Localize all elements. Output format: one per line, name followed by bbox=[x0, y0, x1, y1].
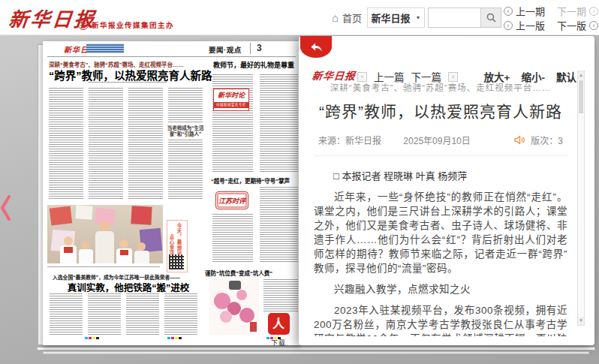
prev-issue-button[interactable]: ‹ 上一期 bbox=[504, 4, 545, 18]
paper-select-dropdown[interactable]: 新华日报 ▼ bbox=[367, 8, 425, 28]
photo-figure bbox=[134, 251, 149, 263]
text-column bbox=[260, 74, 298, 173]
article-scrollbar[interactable]: ▲ ▼ bbox=[577, 71, 585, 326]
circle-right-icon: › bbox=[589, 21, 598, 30]
text-column bbox=[168, 88, 203, 199]
circle-right-icon: › bbox=[589, 7, 598, 16]
text-column bbox=[126, 293, 159, 335]
photo-figure bbox=[64, 236, 73, 245]
next-issue-label: 下一期 bbox=[557, 4, 586, 18]
reader-masthead: 新华日报 bbox=[312, 68, 357, 83]
print-registration-marks bbox=[85, 337, 99, 339]
article-meta: 来源：新华日报 2025年09月10日 版次：3 bbox=[314, 134, 567, 146]
photo-figure bbox=[82, 241, 90, 249]
text-column bbox=[128, 88, 163, 199]
page-stack-edge-left bbox=[38, 44, 43, 345]
publisher-seal-icon: 华 bbox=[78, 20, 89, 30]
text-column bbox=[50, 293, 83, 335]
cartoon-shape bbox=[220, 311, 232, 323]
circle-left-icon: ‹ bbox=[504, 21, 513, 30]
photo-figure bbox=[137, 242, 146, 251]
speaker-icon[interactable] bbox=[514, 135, 525, 145]
next-article-icon[interactable]: › bbox=[448, 72, 458, 82]
scrollbar-thumb[interactable] bbox=[579, 80, 583, 113]
article-paragraph: 近年来，一些“身怀绝技”的教师正在悄然“走红”。课堂之内，他们是三尺讲台上深耕学… bbox=[314, 190, 567, 275]
scroll-up-icon[interactable]: ▲ bbox=[578, 71, 584, 80]
page-stack-edge-bottom bbox=[37, 347, 595, 350]
search-box bbox=[428, 8, 501, 28]
article-byline: □ 本报记者 程晓琳 叶真 杨频萍 bbox=[314, 168, 567, 182]
artist-seal bbox=[250, 322, 257, 332]
photo-figure bbox=[79, 249, 93, 263]
scroll-down-icon[interactable]: ▼ bbox=[578, 317, 584, 325]
download-label: 下载 bbox=[266, 338, 290, 347]
header-rule bbox=[47, 56, 296, 57]
photo-caption-lines bbox=[47, 266, 160, 269]
home-icon: ⌂ bbox=[332, 13, 339, 23]
prev-issue-label: 上一期 bbox=[516, 4, 545, 18]
prev-edition-button[interactable]: ‹ 上一版 bbox=[504, 18, 545, 32]
editorial-cartoon bbox=[209, 279, 259, 335]
article-paragraph: 2023年入驻某视频平台，发布300条视频，拥有近200万名粉丝，南京大学考古学… bbox=[314, 303, 567, 336]
badge1-title: 新华时论 bbox=[214, 89, 248, 102]
story1-headline[interactable]: “跨界”教师，以热爱照亮育人新路 bbox=[49, 67, 208, 83]
search-icon bbox=[486, 13, 496, 23]
publisher-label: 新华报业传媒集团主办 bbox=[92, 20, 174, 30]
article-title: “跨界”教师，以热爱照亮育人新路 bbox=[314, 99, 567, 122]
story1-subhead: 当老师成为“生活家”和“引路人” bbox=[167, 124, 204, 139]
newspaper-page[interactable]: 新华日报 要闻·观点 3 深耕“美食考古”、驰骋“苏超”赛场、走红视频平台…… … bbox=[43, 41, 300, 345]
story2-headline[interactable]: 真训实教，他把铁路“搬”进校 bbox=[62, 280, 194, 294]
meta-divider bbox=[314, 155, 567, 156]
prev-article-icon[interactable]: ‹ bbox=[357, 72, 367, 82]
home-button[interactable]: ⌂ 首页 bbox=[332, 11, 362, 25]
article-source-date: 来源：新华日报 2025年09月10日 bbox=[318, 134, 471, 146]
next-issue-button[interactable]: 下一期 › bbox=[557, 4, 598, 18]
article-content: 深耕“美食考古”、驰骋“苏超”赛场、走红视频平台…… “跨界”教师，以热爱照亮育… bbox=[314, 81, 567, 336]
prev-page-arrow[interactable] bbox=[0, 195, 11, 221]
photo-figure bbox=[119, 239, 128, 248]
text-column bbox=[49, 88, 83, 199]
home-label: 首页 bbox=[342, 11, 362, 25]
story1-byline-lines bbox=[88, 82, 167, 84]
column-story1-headline[interactable]: 教师节，最好的礼物是尊重 bbox=[211, 60, 296, 70]
cartoon-shape bbox=[229, 281, 241, 290]
text-column bbox=[260, 187, 298, 263]
text-column bbox=[164, 293, 197, 335]
cartoon-shape bbox=[239, 308, 254, 323]
newspaper-dateline-box bbox=[86, 44, 124, 53]
section-label: 要闻·观点 bbox=[209, 44, 242, 55]
qr-code bbox=[169, 254, 184, 269]
pdf-download-button[interactable]: 人 下载 bbox=[266, 313, 290, 347]
photo-card bbox=[50, 206, 73, 225]
next-edition-button[interactable]: 下一版 › bbox=[557, 18, 598, 32]
issue-navigation: ‹ 上一期 下一期 › ‹ 上一版 下一版 › bbox=[504, 4, 598, 32]
jiangsu-commentary-badge: 江苏时评 bbox=[215, 191, 248, 209]
back-arrow-icon bbox=[310, 41, 323, 53]
chevron-down-icon: ▼ bbox=[416, 15, 421, 20]
article-subhead: 兴趣融入教学，点燃求知之火 bbox=[314, 282, 567, 296]
article-reader-panel: 新华日报 ‹ 上一篇 下一篇 › 放大+ 缩小- 默认 深耕“美食考古”、驰骋“… bbox=[299, 36, 594, 345]
print-registration-marks bbox=[167, 337, 182, 339]
back-button[interactable] bbox=[300, 36, 332, 58]
text-column bbox=[212, 214, 253, 263]
top-header: 新华日报 华 新华报业传媒集团主办 ⌂ 首页 新华日报 ▼ ‹ 上一期 下一期 … bbox=[0, 0, 599, 35]
article-date: 2025年09月10日 bbox=[403, 136, 470, 146]
photo-figure bbox=[100, 221, 110, 231]
news-photo bbox=[47, 205, 163, 263]
article-source: 来源：新华日报 bbox=[318, 136, 381, 146]
paper-select-value: 新华日报 bbox=[372, 11, 411, 25]
column-story2-headline[interactable]: “超号”走红，更期待“守号”掌声 bbox=[211, 176, 300, 185]
article-edition: 版次：3 bbox=[531, 134, 563, 146]
search-input[interactable] bbox=[429, 8, 480, 27]
column-story3-headline[interactable]: 谨防“坑位费”变成“坑人费” bbox=[205, 269, 296, 277]
badge1-subtitle: 中国新闻奖名专栏 bbox=[214, 102, 248, 108]
xinhua-commentary-badge: 新华时论 中国新闻奖名专栏 bbox=[213, 89, 249, 111]
photo-card bbox=[131, 206, 152, 224]
article-kicker: 深耕“美食考古”、驰骋“苏超”赛场、走红视频平台…… bbox=[314, 81, 567, 93]
search-button[interactable] bbox=[480, 8, 501, 27]
page-number: 3 bbox=[250, 43, 262, 54]
page-stack-edge-bottom bbox=[43, 351, 589, 354]
photo-figure bbox=[64, 247, 73, 253]
photo-figure bbox=[120, 250, 128, 255]
cartoon-shape bbox=[236, 290, 247, 300]
